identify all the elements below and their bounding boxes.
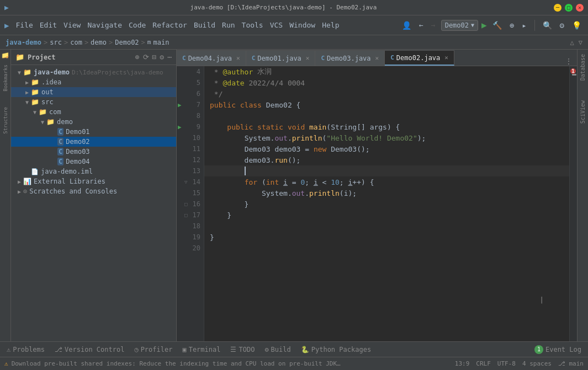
tools-menu[interactable]: Tools: [240, 20, 266, 30]
indent-size[interactable]: 4 spaces: [522, 360, 552, 367]
right-scroll-gutter: 1: [569, 66, 577, 341]
breadcrumb-project[interactable]: java-demo: [6, 39, 41, 46]
build-tab[interactable]: ⚙ Build: [260, 343, 295, 356]
sciview-tab[interactable]: SciView: [579, 98, 587, 126]
view-menu[interactable]: View: [61, 20, 83, 30]
status-message[interactable]: Download pre-built shared indexes: Reduc…: [12, 360, 343, 367]
demo-folder-icon: 📁: [46, 118, 55, 126]
code-line-13: [204, 165, 569, 176]
project-settings[interactable]: ⚙: [160, 53, 164, 61]
project-panel-tools[interactable]: ⊕ ⟳ ⊟ ⚙ ⋯: [135, 53, 172, 61]
collapse-all[interactable]: ⊟: [152, 53, 157, 61]
more-tabs-button[interactable]: ⋮: [560, 57, 577, 66]
fold-icon-14[interactable]: ▽: [184, 179, 187, 185]
run-arrow-7[interactable]: ▶: [178, 101, 182, 109]
refactor-menu[interactable]: Refactor: [150, 20, 189, 30]
close-button[interactable]: ✕: [576, 4, 584, 12]
tab-close-demo02[interactable]: ✕: [444, 54, 448, 61]
fold-icon-16[interactable]: □: [184, 201, 187, 207]
tree-item-demo[interactable]: ▼ 📁 demo: [11, 117, 176, 127]
breadcrumb-com[interactable]: com: [70, 39, 82, 46]
breadcrumb-src[interactable]: src: [50, 39, 62, 46]
vcs-menu[interactable]: VCS: [268, 20, 285, 30]
tree-item-idea[interactable]: ▶ 📁 .idea: [11, 77, 176, 87]
code-editor[interactable]: * @author 水润 * @date 2022/4/4 0004 */ pu…: [204, 66, 569, 341]
code-menu[interactable]: Code: [126, 20, 148, 30]
tree-item-demo03[interactable]: ▶ C Demo03: [11, 147, 176, 157]
charset[interactable]: UTF-8: [497, 360, 516, 367]
breadcrumb-demo02[interactable]: Demo02: [115, 39, 139, 46]
code-line-4: * @author 水润: [204, 66, 569, 77]
run-config-selector[interactable]: Demo02 ▼: [441, 20, 478, 31]
todo-tab[interactable]: ☰ TODO: [226, 343, 259, 356]
code-line-5: * @date 2022/4/4 0004: [204, 77, 569, 88]
build-button[interactable]: 🔨: [490, 20, 504, 31]
python-icon: 🐍: [301, 346, 309, 353]
tree-item-demo01[interactable]: ▶ C Demo01: [11, 127, 176, 137]
ide-features-button[interactable]: 💡: [570, 20, 584, 31]
out-folder-icon: 📁: [31, 88, 39, 96]
breadcrumb-main[interactable]: main: [153, 39, 169, 46]
coverage-button[interactable]: ⊕: [507, 20, 516, 31]
tree-item-demo02[interactable]: ▶ C Demo02: [11, 137, 176, 147]
file-menu[interactable]: File: [13, 20, 35, 30]
maximize-button[interactable]: □: [565, 4, 573, 12]
version-control-tab[interactable]: ⎇ Version Control: [50, 343, 129, 356]
user-icon[interactable]: 👤: [400, 20, 414, 31]
python-packages-tab[interactable]: 🐍 Python Packages: [296, 343, 375, 356]
run-menu[interactable]: Run: [220, 20, 237, 30]
tab-demo02[interactable]: C Demo02.java ✕: [385, 50, 454, 66]
tab-close-demo03[interactable]: ✕: [375, 55, 379, 62]
breadcrumb-demo[interactable]: demo: [91, 39, 107, 46]
window-menu[interactable]: Window: [287, 20, 317, 30]
minimize-button[interactable]: ─: [554, 4, 561, 12]
sync-files[interactable]: ⟳: [143, 53, 149, 61]
tree-item-src[interactable]: ▼ 📁 src: [11, 97, 176, 107]
more-actions[interactable]: ⋯: [167, 53, 172, 61]
demo03-java-icon: C: [57, 148, 63, 155]
breadcrumb-down-button[interactable]: ▽: [579, 39, 582, 46]
navigate-back-button[interactable]: ←: [417, 20, 426, 30]
tree-item-out[interactable]: ▶ 📁 out: [11, 87, 176, 97]
breadcrumb-up-button[interactable]: △: [570, 39, 574, 46]
run-arrow-9[interactable]: ▶: [178, 124, 182, 131]
tree-label-java-demo: java-demo: [34, 68, 70, 76]
build-menu[interactable]: Build: [192, 20, 218, 30]
edit-menu[interactable]: Edit: [38, 20, 59, 30]
tree-item-scratches[interactable]: ▶ ⊙ Scratches and Consoles: [11, 186, 176, 196]
gutter-12: 12: [177, 154, 204, 165]
tree-item-iml[interactable]: ▶ 📄 java-demo.iml: [11, 167, 176, 176]
run-button[interactable]: ▶: [481, 20, 487, 30]
scroll-thumb[interactable]: [572, 74, 576, 76]
toolbar-right: 👤 ← → Demo02 ▼ ▶ 🔨 ⊕ ▸ 🔍 ⚙ 💡: [400, 20, 584, 31]
database-tab[interactable]: Database: [579, 52, 587, 83]
add-content-root[interactable]: ⊕: [135, 53, 140, 61]
cursor-position[interactable]: 13:9: [455, 360, 470, 367]
structure-tab[interactable]: Structure: [3, 107, 8, 134]
settings-button[interactable]: ⚙: [558, 20, 566, 31]
event-log-button[interactable]: 1 Event Log: [530, 344, 586, 355]
navigate-forward-button[interactable]: →: [429, 20, 438, 30]
tab-icon-demo01: C: [252, 55, 256, 62]
navigate-menu[interactable]: Navigate: [85, 20, 124, 30]
tab-close-demo04[interactable]: ✕: [236, 55, 240, 62]
tree-item-demo04[interactable]: ▶ C Demo04: [11, 157, 176, 167]
search-everywhere-button[interactable]: 🔍: [541, 20, 554, 31]
tab-demo01[interactable]: C Demo01.java ✕: [246, 50, 316, 66]
tree-item-com[interactable]: ▼ 📁 com: [11, 107, 176, 117]
tree-arrow-demo: ▼: [39, 119, 46, 125]
problems-tab[interactable]: ⚠ Problems: [2, 343, 49, 356]
tab-demo03[interactable]: C Demo03.java ✕: [315, 50, 385, 66]
project-icon[interactable]: 📁: [2, 52, 9, 60]
profiler-tab[interactable]: ◷ Profiler: [130, 343, 177, 356]
tab-demo04[interactable]: C Demo04.java ✕: [177, 50, 246, 66]
tab-close-demo01[interactable]: ✕: [306, 55, 310, 62]
terminal-tab[interactable]: ▣ Terminal: [178, 343, 225, 356]
line-ending[interactable]: CRLF: [476, 360, 491, 367]
help-menu[interactable]: Help: [320, 20, 341, 30]
fold-icon-17[interactable]: □: [184, 212, 187, 218]
more-run-options[interactable]: ▸: [520, 20, 528, 31]
tree-item-java-demo[interactable]: ▼ 📁 java-demo D:\IdeaProjects\java-demo: [11, 67, 176, 77]
tree-item-external-libs[interactable]: ▶ 📊 External Libraries: [11, 176, 176, 186]
bookmarks-tab[interactable]: Bookmarks: [3, 65, 8, 92]
